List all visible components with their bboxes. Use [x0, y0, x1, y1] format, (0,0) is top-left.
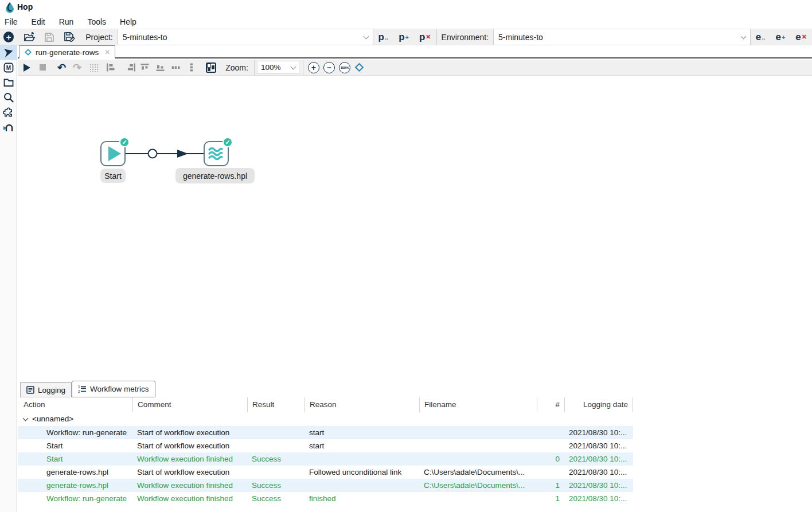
column-header-result[interactable]: Result	[247, 397, 304, 412]
zoom-label: Zoom:	[225, 63, 248, 72]
table-row[interactable]: Workflow: run-generateWorkflow execution…	[18, 492, 633, 505]
distribute-vertically-icon[interactable]	[187, 63, 196, 72]
node-label-generate-rows[interactable]: generate-rows.hpl	[175, 168, 255, 183]
sidebar-item-metadata[interactable]: M	[0, 60, 17, 75]
show-execution-results-icon[interactable]	[206, 62, 216, 73]
column-header-logging-date[interactable]: Logging date	[564, 397, 633, 412]
menu-run[interactable]: Run	[59, 17, 74, 26]
save-button[interactable]	[40, 29, 58, 45]
table-cell: Start	[18, 452, 132, 466]
table-cell: Success	[247, 479, 304, 492]
table-cell	[419, 439, 537, 452]
table-cell: generate-rows.hpl	[18, 479, 132, 492]
chevron-down-icon[interactable]	[290, 64, 296, 69]
undo-button[interactable]: ↶	[57, 62, 66, 73]
table-cell	[247, 466, 304, 479]
save-as-floppy-icon	[64, 32, 75, 42]
tree-group-row[interactable]: <unnamed>	[18, 412, 633, 426]
zoom-100-button[interactable]: 100%	[339, 62, 350, 73]
svg-text:M: M	[6, 65, 10, 71]
zoom-level-value: 100%	[261, 63, 281, 72]
table-row[interactable]: StartWorkflow execution finishedSuccess0…	[18, 452, 633, 466]
column-header-count[interactable]: #	[537, 397, 564, 412]
menu-tools[interactable]: Tools	[87, 17, 106, 26]
hop-unconditional-circle-icon[interactable]	[149, 150, 157, 158]
tab-run-generate-rows[interactable]: run-generate-rows ✕	[19, 45, 115, 58]
project-combobox[interactable]: 5-minutes-to	[118, 29, 373, 45]
menu-help[interactable]: Help	[120, 17, 136, 26]
chevron-expanded-icon[interactable]	[23, 415, 29, 421]
zoom-out-button[interactable]: −	[323, 62, 335, 73]
file-tab-bar: run-generate-rows ✕	[18, 45, 812, 58]
table-cell: start	[304, 439, 419, 452]
menu-bar: File Edit Run Tools Help	[0, 15, 812, 29]
workflow-node-generate-rows[interactable]: ✓	[204, 141, 229, 166]
align-bottom-icon[interactable]	[156, 63, 165, 72]
sidebar-item-neo4j[interactable]	[0, 120, 17, 135]
sidebar-item-search[interactable]	[0, 90, 17, 105]
distribute-horizontally-icon[interactable]	[171, 63, 180, 72]
table-cell	[304, 452, 419, 466]
environment-add-button[interactable]: e+	[770, 29, 790, 45]
align-right-icon[interactable]	[127, 63, 136, 72]
column-header-filename[interactable]: Filename	[419, 397, 537, 412]
column-header-action[interactable]: Action	[18, 397, 132, 412]
table-cell: Workflow: run-generate	[18, 492, 132, 505]
paper-plane-icon	[3, 48, 14, 58]
table-cell: start	[304, 426, 419, 439]
zoom-in-button[interactable]: +	[308, 62, 319, 73]
workflow-node-start[interactable]: ✓	[100, 141, 126, 166]
tab-logging[interactable]: Logging	[20, 382, 72, 397]
align-left-icon[interactable]	[106, 63, 115, 72]
open-file-button[interactable]	[19, 29, 40, 45]
project-delete-button[interactable]: p✕	[414, 29, 436, 45]
run-workflow-button[interactable]	[24, 64, 30, 72]
node-label-start[interactable]: Start	[100, 169, 126, 183]
group-label: <unnamed>	[32, 412, 73, 426]
hook-arrow-icon	[3, 122, 14, 132]
project-add-button[interactable]: p+	[393, 29, 414, 45]
table-row[interactable]: generate-rows.hplWorkflow execution fini…	[18, 479, 633, 492]
close-icon[interactable]: ✕	[104, 48, 110, 56]
table-row[interactable]: Workflow: run-generateStart of workflow …	[18, 426, 633, 439]
table-cell: Start	[18, 439, 132, 452]
environment-edit-button[interactable]: e..	[751, 29, 771, 45]
table-cell: 2021/08/30 10:...	[564, 439, 633, 452]
table-cell: 0	[537, 452, 564, 466]
environment-combobox[interactable]: 5-minutes-to	[494, 29, 750, 45]
menu-edit[interactable]: Edit	[32, 17, 45, 26]
save-as-button[interactable]	[58, 29, 81, 45]
redo-button[interactable]: ↷	[73, 62, 81, 73]
stop-button[interactable]	[40, 64, 46, 71]
sidebar-item-file-explorer[interactable]	[0, 75, 17, 90]
workflow-canvas[interactable]: ✓ ✓ Start generate-rows.hpl	[18, 76, 812, 380]
table-cell	[537, 439, 564, 452]
metadata-m-icon: M	[3, 62, 14, 73]
table-header: Action Comment Result Reason Filename # …	[18, 397, 633, 412]
search-icon	[3, 92, 14, 103]
pipeline-waves-icon	[208, 146, 225, 162]
start-play-icon	[108, 146, 121, 161]
zoom-to-fit-icon[interactable]	[355, 63, 364, 72]
table-row[interactable]: generate-rows.hplStart of workflow execu…	[18, 466, 633, 479]
tab-label: Logging	[38, 386, 65, 394]
column-header-reason[interactable]: Reason	[304, 397, 419, 412]
snap-to-grid-icon[interactable]	[89, 64, 98, 72]
table-cell: generate-rows.hpl	[18, 466, 132, 479]
project-edit-button[interactable]: p..	[373, 29, 394, 45]
table-row[interactable]: StartStart of workflow executionstart202…	[18, 439, 633, 452]
align-top-icon[interactable]	[140, 63, 149, 72]
sidebar-item-plugins[interactable]	[0, 105, 17, 120]
zoom-level-combobox[interactable]: 100%	[257, 61, 299, 74]
sidebar-item-data-orchestration[interactable]	[0, 45, 17, 60]
environment-label: Environment:	[437, 33, 493, 42]
environment-delete-button[interactable]: e✕	[790, 29, 812, 45]
chevron-down-icon[interactable]	[363, 33, 369, 39]
chevron-down-icon[interactable]	[740, 33, 746, 39]
menu-file[interactable]: File	[5, 17, 18, 26]
title-bar: Hop	[0, 0, 812, 15]
new-file-button[interactable]: +	[3, 32, 14, 42]
tab-workflow-metrics[interactable]: 1 2 Workflow metrics	[72, 381, 155, 397]
column-header-comment[interactable]: Comment	[132, 397, 247, 412]
canvas-toolbar: ↶ ↷ Zoom: 100% + − 100%	[18, 60, 812, 76]
